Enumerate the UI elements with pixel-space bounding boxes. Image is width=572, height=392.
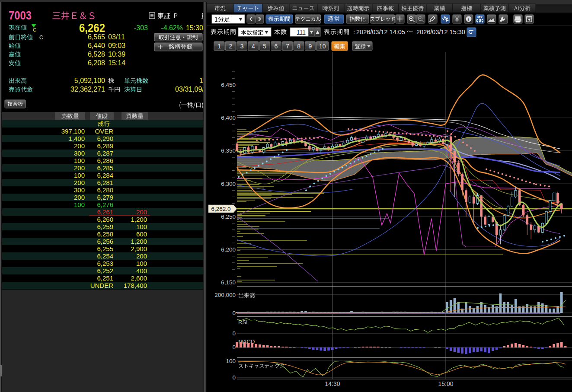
svg-text:397,100: 397,100 bbox=[61, 127, 85, 135]
svg-text:100: 100 bbox=[136, 223, 147, 230]
svg-text:3: 3 bbox=[240, 43, 244, 50]
svg-text:UNDER: UNDER bbox=[90, 282, 114, 289]
svg-text:100: 100 bbox=[74, 172, 85, 179]
svg-text:i: i bbox=[468, 17, 469, 22]
svg-text:100: 100 bbox=[74, 201, 85, 208]
svg-text:200: 200 bbox=[74, 142, 85, 150]
svg-text:1: 1 bbox=[217, 43, 221, 50]
svg-text:200: 200 bbox=[136, 252, 147, 260]
svg-text:6,286: 6,286 bbox=[97, 157, 113, 164]
svg-text:09:03: 09:03 bbox=[108, 42, 125, 49]
svg-text:6,255: 6,255 bbox=[97, 245, 113, 252]
svg-text:6,254: 6,254 bbox=[97, 252, 113, 260]
svg-text:6: 6 bbox=[275, 43, 278, 50]
svg-text:10:39: 10:39 bbox=[108, 51, 125, 58]
svg-text:C: C bbox=[39, 35, 43, 41]
svg-text:10: 10 bbox=[319, 43, 326, 50]
svg-text:MY: MY bbox=[477, 15, 483, 19]
svg-text:6,350: 6,350 bbox=[221, 147, 236, 154]
svg-text:2,600: 2,600 bbox=[131, 274, 147, 282]
svg-text:300: 300 bbox=[74, 186, 85, 194]
svg-text:6,440: 6,440 bbox=[88, 42, 105, 49]
svg-text:15:30: 15:30 bbox=[186, 24, 203, 32]
svg-text:200: 200 bbox=[74, 164, 85, 172]
svg-text:6,259: 6,259 bbox=[97, 223, 113, 230]
svg-text:1: 1 bbox=[199, 77, 203, 84]
svg-text:14:30: 14:30 bbox=[325, 380, 340, 387]
svg-text:C: C bbox=[33, 27, 36, 32]
svg-text:100: 100 bbox=[74, 157, 85, 164]
svg-text:0: 0 bbox=[232, 330, 236, 337]
svg-text:2: 2 bbox=[229, 43, 232, 50]
svg-text:32,362,271: 32,362,271 bbox=[70, 86, 105, 93]
svg-text:7: 7 bbox=[286, 43, 289, 50]
svg-text:6,450: 6,450 bbox=[221, 82, 236, 88]
svg-text:1,400: 1,400 bbox=[68, 135, 85, 142]
svg-text:7003: 7003 bbox=[9, 9, 32, 22]
svg-text:6,276: 6,276 bbox=[97, 201, 113, 208]
svg-text:6,260: 6,260 bbox=[97, 216, 113, 223]
svg-text:6,250: 6,250 bbox=[221, 214, 236, 220]
svg-text:6,289: 6,289 bbox=[97, 142, 113, 150]
svg-text:6,565: 6,565 bbox=[88, 33, 105, 41]
svg-text:15:14: 15:14 bbox=[108, 59, 125, 67]
svg-text:1,200: 1,200 bbox=[131, 238, 147, 245]
svg-text:6,287: 6,287 bbox=[97, 150, 113, 157]
svg-text:6,262: 6,262 bbox=[79, 22, 105, 35]
svg-text:6,280: 6,280 bbox=[97, 186, 113, 194]
svg-text:6,528: 6,528 bbox=[88, 51, 105, 58]
svg-text:100: 100 bbox=[136, 260, 147, 267]
svg-text:0: 0 bbox=[232, 344, 236, 351]
svg-text:6,285: 6,285 bbox=[97, 164, 113, 172]
svg-text:0: 0 bbox=[232, 374, 236, 381]
svg-text:2,900: 2,900 bbox=[131, 245, 147, 252]
svg-text:2026/03/12 14:05: 2026/03/12 14:05 bbox=[356, 29, 405, 35]
svg-text:6,256: 6,256 bbox=[97, 238, 113, 245]
svg-text:6,251: 6,251 bbox=[97, 274, 113, 282]
svg-text:4: 4 bbox=[252, 43, 255, 50]
svg-text:6,300: 6,300 bbox=[221, 181, 236, 187]
svg-text:-4.62%: -4.62% bbox=[161, 24, 183, 32]
svg-text:100: 100 bbox=[226, 358, 236, 364]
svg-text:600: 600 bbox=[136, 230, 147, 238]
svg-text:6,258: 6,258 bbox=[97, 230, 113, 238]
svg-text:9: 9 bbox=[309, 43, 312, 50]
svg-text:6,284: 6,284 bbox=[97, 172, 113, 179]
svg-text:6,252: 6,252 bbox=[97, 267, 113, 274]
svg-text:6,262.0: 6,262.0 bbox=[211, 206, 230, 212]
svg-text:6,261: 6,261 bbox=[97, 208, 113, 216]
svg-text:1,200: 1,200 bbox=[131, 216, 147, 223]
svg-text:6,281: 6,281 bbox=[97, 179, 113, 186]
svg-text:5,092,100: 5,092,100 bbox=[74, 77, 105, 84]
svg-text:6,400: 6,400 bbox=[221, 115, 236, 121]
svg-text:0: 0 bbox=[232, 310, 236, 316]
svg-text:6,253: 6,253 bbox=[97, 260, 113, 267]
svg-text:6,150: 6,150 bbox=[221, 279, 236, 286]
svg-text:15:00: 15:00 bbox=[438, 380, 453, 387]
svg-text:200: 200 bbox=[74, 194, 85, 201]
svg-text:8: 8 bbox=[297, 43, 300, 50]
svg-text:6,208: 6,208 bbox=[88, 59, 105, 67]
svg-text:200: 200 bbox=[74, 179, 85, 186]
svg-text:03/31,09/3: 03/31,09/3 bbox=[175, 86, 208, 93]
svg-text:6,200: 6,200 bbox=[221, 246, 236, 253]
svg-text:200,000: 200,000 bbox=[214, 292, 236, 298]
svg-text:-303: -303 bbox=[134, 24, 148, 32]
svg-text:6,279: 6,279 bbox=[97, 194, 113, 201]
svg-text:178,400: 178,400 bbox=[124, 282, 147, 289]
svg-text:300: 300 bbox=[74, 150, 85, 157]
svg-text:03/11: 03/11 bbox=[108, 33, 125, 41]
svg-text:400: 400 bbox=[136, 267, 147, 274]
svg-text:111: 111 bbox=[297, 29, 306, 36]
svg-text:5: 5 bbox=[263, 43, 266, 50]
svg-text:OVER: OVER bbox=[95, 127, 113, 135]
svg-text:6,290: 6,290 bbox=[97, 135, 113, 142]
svg-text:2026/03/12 15:30: 2026/03/12 15:30 bbox=[416, 29, 465, 35]
svg-text:200: 200 bbox=[136, 208, 147, 216]
